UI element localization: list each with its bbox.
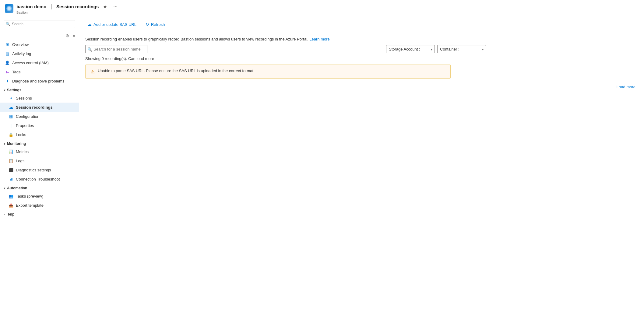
sidebar-label-sessions: Sessions <box>16 96 32 100</box>
main-layout: 🔍 ⊕ « ⊞ Overview ▤ Activity log 👤 Access… <box>0 17 644 323</box>
automation-chevron-icon: ▾ <box>4 187 5 190</box>
more-options-button[interactable]: ··· <box>111 3 119 11</box>
warning-icon: ⚠ <box>90 69 95 75</box>
connection-troubleshoot-icon: 🖥 <box>9 177 13 181</box>
warning-text: Unable to parse SAS URL. Please ensure t… <box>98 68 255 73</box>
storage-account-dropdown-wrapper: Storage Account : <box>386 45 435 53</box>
page-title: Session recordings <box>56 4 99 9</box>
tags-icon: 🏷 <box>5 69 10 74</box>
sidebar-item-export-template[interactable]: 📤 Export template <box>0 201 79 210</box>
sidebar-item-access-control[interactable]: 👤 Access control (IAM) <box>0 58 79 67</box>
info-text: Session recording enables users to graph… <box>85 37 638 41</box>
learn-more-link[interactable]: Learn more <box>309 37 329 41</box>
sidebar-item-overview[interactable]: ⊞ Overview <box>0 40 79 49</box>
top-header: bastion-demo | Session recordings ★ ··· … <box>0 0 644 17</box>
filter-search-icon: 🔍 <box>87 47 92 51</box>
sidebar-item-tasks-preview[interactable]: 👥 Tasks (preview) <box>0 191 79 201</box>
session-search-input[interactable] <box>85 45 147 53</box>
content-toolbar: ☁ Add or update SAS URL ↻ Refresh <box>79 17 644 32</box>
sidebar: 🔍 ⊕ « ⊞ Overview ▤ Activity log 👤 Access… <box>0 17 79 323</box>
content-area: ☁ Add or update SAS URL ↻ Refresh Sessio… <box>79 17 644 323</box>
refresh-button[interactable]: ↻ Refresh <box>142 20 168 29</box>
sidebar-item-diagnostics-settings[interactable]: ⬛ Diagnostics settings <box>0 165 79 174</box>
sidebar-search-input[interactable] <box>4 20 75 28</box>
export-template-icon: 📤 <box>9 203 13 208</box>
sidebar-controls: ⊕ « <box>0 31 79 40</box>
search-wrapper: 🔍 <box>4 20 75 28</box>
session-recordings-icon: ☁ <box>9 105 13 110</box>
app-logo <box>5 4 13 13</box>
properties-icon: ||| <box>9 123 13 128</box>
sidebar-item-sessions[interactable]: ✦ Sessions <box>0 93 79 103</box>
sidebar-label-diagnostics-settings: Diagnostics settings <box>16 168 51 172</box>
sidebar-label-export-template: Export template <box>16 203 44 208</box>
filter-bar: 🔍 Storage Account : Container : <box>85 45 638 53</box>
sidebar-label-logs: Logs <box>16 159 24 163</box>
sidebar-section-settings[interactable]: ▾ Settings <box>0 86 79 93</box>
sidebar-item-connection-troubleshoot[interactable]: 🖥 Connection Troubleshoot <box>0 174 79 184</box>
search-input-wrapper: 🔍 <box>85 45 384 53</box>
sessions-icon: ✦ <box>9 96 13 100</box>
sidebar-section-automation-label: Automation <box>7 186 27 190</box>
sidebar-item-activity-log[interactable]: ▤ Activity log <box>0 49 79 58</box>
header-main-title: bastion-demo | Session recordings ★ ··· <box>16 2 119 11</box>
sidebar-label-configuration: Configuration <box>16 114 39 119</box>
sidebar-item-configuration[interactable]: ▦ Configuration <box>0 112 79 121</box>
sidebar-item-diagnose[interactable]: ✦ Diagnose and solve problems <box>0 76 79 86</box>
sidebar-label-locks: Locks <box>16 132 26 137</box>
sidebar-item-logs[interactable]: 📋 Logs <box>0 156 79 165</box>
sidebar-search-icon: 🔍 <box>6 22 10 26</box>
title-separator: | <box>51 3 52 10</box>
sidebar-label-metrics: Metrics <box>16 149 29 154</box>
sidebar-item-properties[interactable]: ||| Properties <box>0 121 79 130</box>
sidebar-section-help[interactable]: › Help <box>0 210 79 218</box>
collapse-button[interactable]: « <box>72 33 76 39</box>
pin-button[interactable]: ⊕ <box>64 33 70 39</box>
sidebar-label-tags: Tags <box>12 70 20 74</box>
sidebar-item-session-recordings[interactable]: ☁ Session recordings <box>0 103 79 112</box>
sidebar-label-diagnose: Diagnose and solve problems <box>12 79 64 83</box>
sidebar-label-activity-log: Activity log <box>12 51 31 56</box>
resource-type: Bastion <box>16 11 119 14</box>
load-more-area: Load more <box>85 79 638 95</box>
sidebar-item-tags[interactable]: 🏷 Tags <box>0 67 79 76</box>
warning-box: ⚠ Unable to parse SAS URL. Please ensure… <box>85 65 451 79</box>
help-chevron-icon: › <box>4 213 5 216</box>
tasks-preview-icon: 👥 <box>9 194 13 198</box>
resource-name: bastion-demo <box>16 4 46 9</box>
refresh-icon: ↻ <box>146 22 149 27</box>
sidebar-section-monitoring-label: Monitoring <box>7 142 26 146</box>
access-control-icon: 👤 <box>5 60 10 65</box>
configuration-icon: ▦ <box>9 114 13 119</box>
settings-chevron-icon: ▾ <box>4 89 5 92</box>
sidebar-label-session-recordings: Session recordings <box>16 105 53 110</box>
diagnose-icon: ✦ <box>5 79 10 83</box>
header-title: bastion-demo | Session recordings ★ ··· … <box>16 2 119 14</box>
container-dropdown[interactable]: Container : <box>437 45 486 53</box>
monitoring-chevron-icon: ▾ <box>4 142 5 146</box>
sidebar-search-area: 🔍 <box>0 17 79 31</box>
sidebar-section-automation[interactable]: ▾ Automation <box>0 184 79 191</box>
activity-log-icon: ▤ <box>5 51 10 56</box>
add-sas-url-button[interactable]: ☁ Add or update SAS URL <box>84 20 140 29</box>
content-body: Session recording enables users to graph… <box>79 32 644 323</box>
diagnostics-settings-icon: ⬛ <box>9 167 13 172</box>
load-more-button[interactable]: Load more <box>614 83 638 90</box>
sidebar-section-settings-label: Settings <box>7 88 21 92</box>
add-sas-url-label: Add or update SAS URL <box>93 22 136 27</box>
add-sas-url-icon: ☁ <box>87 22 92 27</box>
showing-text: Showing 0 recording(s). Can load more <box>85 56 638 61</box>
favorite-button[interactable]: ★ <box>101 2 109 11</box>
metrics-icon: 📊 <box>9 149 13 154</box>
sidebar-label-overview: Overview <box>12 42 29 47</box>
sidebar-item-locks[interactable]: 🔒 Locks <box>0 130 79 139</box>
refresh-label: Refresh <box>151 22 165 27</box>
sidebar-section-monitoring[interactable]: ▾ Monitoring <box>0 139 79 147</box>
sidebar-item-metrics[interactable]: 📊 Metrics <box>0 147 79 156</box>
sidebar-section-help-label: Help <box>6 212 14 216</box>
storage-account-dropdown[interactable]: Storage Account : <box>386 45 435 53</box>
locks-icon: 🔒 <box>9 132 13 137</box>
container-dropdown-wrapper: Container : <box>437 45 486 53</box>
sidebar-label-tasks-preview: Tasks (preview) <box>16 194 43 198</box>
sidebar-label-connection-troubleshoot: Connection Troubleshoot <box>16 177 60 181</box>
